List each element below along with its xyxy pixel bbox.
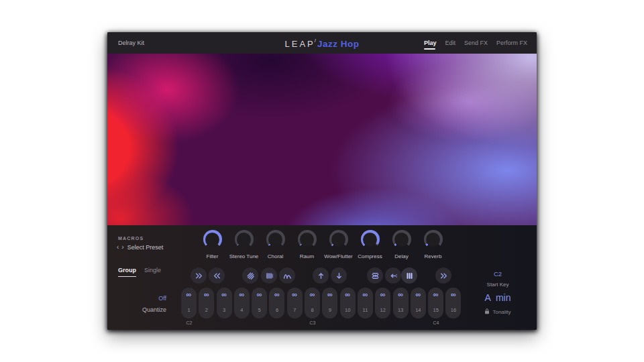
- layers-button[interactable]: [242, 267, 258, 284]
- envelope-curves-button[interactable]: [279, 267, 295, 284]
- start-key-value[interactable]: C2: [458, 270, 538, 278]
- tonality-scale: min: [496, 292, 511, 303]
- tonality-row: Tonality: [458, 308, 538, 316]
- octave-label-c4: C4: [433, 320, 439, 325]
- pad-number: 8: [311, 307, 313, 313]
- nudge-left-button[interactable]: [385, 267, 401, 284]
- knob-raum[interactable]: [298, 230, 317, 249]
- knob-stereo-tune[interactable]: [235, 230, 254, 249]
- knob-label: Choral: [268, 253, 284, 259]
- infinity-icon: ∞: [451, 290, 456, 298]
- knob-reverb[interactable]: [424, 230, 443, 249]
- tab-send-fx[interactable]: Send FX: [464, 40, 488, 46]
- pad-number: 10: [345, 307, 350, 313]
- tab-single[interactable]: Single: [144, 267, 161, 274]
- knob-label: Wow/Flutter: [324, 253, 353, 259]
- nudge-left-icon: [389, 272, 398, 280]
- top-bar: Delray Kit LEAP/Jazz Hop Play Edit Send …: [107, 32, 537, 54]
- infinity-icon: ∞: [415, 290, 421, 298]
- logo-product: Jazz Hop: [317, 39, 360, 49]
- macros-section-label: MACROS: [118, 236, 144, 241]
- pad-number: 15: [433, 307, 438, 313]
- quantize-value[interactable]: Off: [119, 295, 166, 302]
- knob-cell-wow-flutter: Wow/Flutter: [323, 230, 354, 259]
- knob-compress[interactable]: [361, 230, 380, 249]
- grid-bars-button[interactable]: [401, 267, 417, 284]
- knob-cell-raum: Raum: [291, 230, 323, 259]
- preset-prev-button[interactable]: ‹: [117, 243, 119, 251]
- lock-icon: [484, 308, 490, 316]
- pad-2[interactable]: ∞2: [199, 288, 214, 318]
- infinity-icon: ∞: [292, 290, 297, 298]
- arrow-down-icon: [335, 272, 343, 280]
- pad-number: 9: [329, 307, 331, 313]
- knob-label: Compress: [358, 253, 382, 259]
- pad-7[interactable]: ∞7: [287, 288, 303, 318]
- pad-4[interactable]: ∞4: [234, 288, 250, 318]
- preset-selector: ‹› Select Preset: [117, 243, 163, 251]
- advance-button[interactable]: [435, 267, 451, 284]
- tab-group[interactable]: Group: [118, 267, 136, 274]
- pad-13[interactable]: ∞13: [393, 288, 409, 318]
- pad-10[interactable]: ∞10: [340, 288, 356, 318]
- pad-number: 2: [205, 307, 208, 313]
- leap-plugin-window: Delray Kit LEAP/Jazz Hop Play Edit Send …: [107, 32, 537, 330]
- infinity-icon: ∞: [221, 290, 227, 298]
- transpose-down-button[interactable]: [331, 267, 347, 284]
- pad-12[interactable]: ∞12: [375, 288, 390, 318]
- pad-number: 11: [363, 307, 368, 313]
- chevrons-right-icon: [195, 272, 203, 280]
- tonality-value[interactable]: Amin: [458, 292, 538, 303]
- tonality-root: A: [485, 292, 491, 303]
- tab-play[interactable]: Play: [424, 40, 437, 46]
- curves-icon: [283, 272, 292, 280]
- pattern-bars-button[interactable]: [261, 267, 277, 284]
- pad-14[interactable]: ∞14: [411, 288, 426, 318]
- quantize-label: Quantize: [119, 306, 166, 313]
- pad-number: 13: [398, 307, 403, 313]
- pad-number: 1: [187, 307, 190, 313]
- knob-choral[interactable]: [266, 230, 285, 249]
- knob-wow-flutter[interactable]: [329, 230, 348, 249]
- infinity-icon: ∞: [257, 290, 262, 298]
- infinity-icon: ∞: [204, 290, 209, 298]
- knob-label: Delay: [394, 253, 408, 259]
- pad-number: 16: [451, 307, 456, 313]
- infinity-icon: ∞: [433, 290, 439, 298]
- infinity-icon: ∞: [310, 290, 315, 298]
- knob-cell-filter: Filter: [197, 230, 228, 259]
- pad-11[interactable]: ∞11: [358, 288, 373, 318]
- octave-label-c3: C3: [310, 320, 316, 325]
- pad-9[interactable]: ∞9: [322, 288, 337, 318]
- octave-label-c2: C2: [186, 320, 193, 325]
- knob-cell-compress: Compress: [354, 230, 386, 259]
- pad-15[interactable]: ∞15: [428, 288, 443, 318]
- knob-cell-reverb: Reverb: [417, 230, 449, 259]
- layers-icon: [246, 272, 255, 280]
- infinity-icon: ∞: [186, 290, 192, 298]
- pad-8[interactable]: ∞8: [305, 288, 320, 318]
- pad-number: 7: [293, 307, 296, 313]
- knob-delay[interactable]: [392, 230, 411, 249]
- preset-name[interactable]: Select Preset: [127, 244, 164, 251]
- knob-filter[interactable]: [203, 230, 222, 249]
- pad-6[interactable]: ∞6: [269, 288, 284, 318]
- tab-perform-fx[interactable]: Perform FX: [496, 40, 527, 46]
- tab-edit[interactable]: Edit: [445, 40, 455, 46]
- infinity-icon: ∞: [398, 290, 403, 298]
- pad-number: 5: [258, 307, 261, 313]
- preset-next-button[interactable]: ›: [121, 243, 123, 251]
- knob-cell-stereo-tune: Stereo Tune: [228, 230, 260, 259]
- knob-cell-choral: Choral: [260, 230, 291, 259]
- pad-1[interactable]: ∞1: [181, 288, 197, 318]
- view-tabs: Play Edit Send FX Perform FX: [424, 40, 527, 46]
- pad-3[interactable]: ∞3: [217, 288, 232, 318]
- transpose-up-button[interactable]: [313, 267, 329, 284]
- shift-right-button[interactable]: [191, 267, 207, 284]
- pad-number: 4: [240, 307, 243, 313]
- control-panel: MACROS ‹› Select Preset FilterStereo Tun…: [107, 225, 537, 330]
- stretch-button[interactable]: [367, 267, 383, 284]
- shift-left-button[interactable]: [209, 267, 225, 284]
- pad-number: 3: [223, 307, 225, 313]
- pad-5[interactable]: ∞5: [252, 288, 267, 318]
